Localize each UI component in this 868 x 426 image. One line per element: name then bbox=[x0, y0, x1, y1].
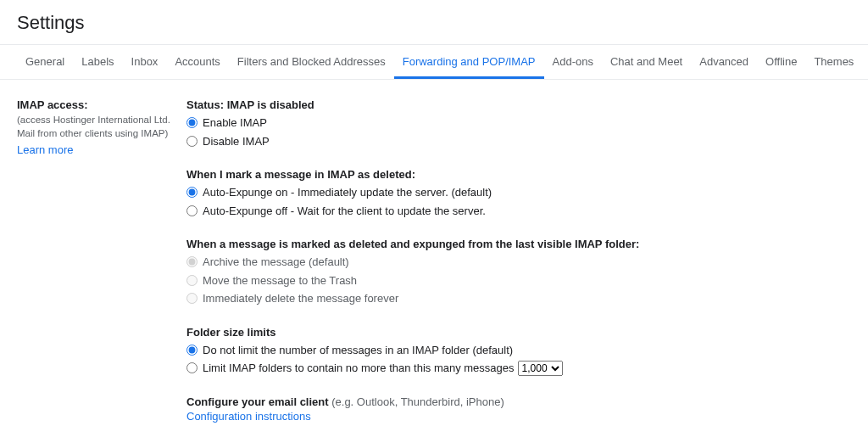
no-limit-radio[interactable] bbox=[186, 345, 198, 356]
no-limit-option[interactable]: Do not limit the number of messages in a… bbox=[186, 342, 851, 359]
expunge-off-label: Auto-Expunge off - Wait for the client t… bbox=[203, 203, 486, 220]
tab-filters[interactable]: Filters and Blocked Addresses bbox=[229, 45, 394, 79]
no-limit-label: Do not limit the number of messages in a… bbox=[203, 342, 513, 359]
tab-inbox[interactable]: Inbox bbox=[123, 45, 167, 79]
limit-option[interactable]: Limit IMAP folders to contain no more th… bbox=[186, 360, 851, 377]
configure-group: Configure your email client (e.g. Outloo… bbox=[186, 395, 851, 423]
disable-imap-radio[interactable] bbox=[186, 136, 198, 147]
limit-label: Limit IMAP folders to contain no more th… bbox=[203, 360, 515, 377]
imap-access-title: IMAP access: bbox=[17, 98, 178, 111]
learn-more-link[interactable]: Learn more bbox=[17, 143, 73, 156]
trash-radio[interactable] bbox=[186, 275, 198, 286]
archive-option[interactable]: Archive the message (default) bbox=[186, 254, 851, 271]
trash-label: Move the message to the Trash bbox=[203, 272, 357, 289]
enable-imap-radio[interactable] bbox=[186, 117, 198, 128]
tab-chat-meet[interactable]: Chat and Meet bbox=[602, 45, 691, 79]
status-heading: Status: IMAP is disabled bbox=[186, 98, 851, 111]
configure-main: Configure your email client bbox=[186, 395, 329, 408]
archive-radio[interactable] bbox=[186, 256, 198, 267]
configuration-instructions-link[interactable]: Configuration instructions bbox=[186, 410, 311, 423]
status-group: Status: IMAP is disabled Enable IMAP Dis… bbox=[186, 98, 851, 149]
imap-access-subtitle: (access Hostinger International Ltd. Mai… bbox=[17, 113, 178, 140]
tab-forwarding-pop-imap[interactable]: Forwarding and POP/IMAP bbox=[394, 45, 544, 79]
trash-option[interactable]: Move the message to the Trash bbox=[186, 272, 851, 289]
tab-themes[interactable]: Themes bbox=[805, 45, 862, 79]
limit-radio[interactable] bbox=[186, 362, 198, 373]
imap-settings-content: IMAP access: (access Hostinger Internati… bbox=[0, 98, 868, 426]
expunge-on-label: Auto-Expunge on - Immediately update the… bbox=[203, 184, 492, 201]
disable-imap-option[interactable]: Disable IMAP bbox=[186, 133, 851, 150]
tab-addons[interactable]: Add-ons bbox=[544, 45, 602, 79]
enable-imap-option[interactable]: Enable IMAP bbox=[186, 115, 851, 132]
expunge-off-radio[interactable] bbox=[186, 205, 198, 216]
deleted-group: When I mark a message in IMAP as deleted… bbox=[186, 168, 851, 219]
delete-forever-label: Immediately delete the message forever bbox=[203, 290, 398, 307]
configure-heading: Configure your email client (e.g. Outloo… bbox=[186, 395, 851, 408]
delete-forever-option[interactable]: Immediately delete the message forever bbox=[186, 290, 851, 307]
expunge-off-option[interactable]: Auto-Expunge off - Wait for the client t… bbox=[186, 203, 851, 220]
right-column: Status: IMAP is disabled Enable IMAP Dis… bbox=[186, 98, 851, 426]
folder-limits-group: Folder size limits Do not limit the numb… bbox=[186, 326, 851, 377]
deleted-heading: When I mark a message in IMAP as deleted… bbox=[186, 168, 851, 181]
disable-imap-label: Disable IMAP bbox=[203, 133, 270, 150]
page-title: Settings bbox=[0, 0, 868, 44]
delete-forever-radio[interactable] bbox=[186, 293, 198, 304]
tab-accounts[interactable]: Accounts bbox=[166, 45, 228, 79]
configure-supp: (e.g. Outlook, Thunderbird, iPhone) bbox=[331, 395, 504, 408]
tab-offline[interactable]: Offline bbox=[757, 45, 805, 79]
tab-advanced[interactable]: Advanced bbox=[691, 45, 757, 79]
tab-general[interactable]: General bbox=[17, 45, 73, 79]
tab-labels[interactable]: Labels bbox=[73, 45, 122, 79]
limit-select[interactable]: 1,000 bbox=[518, 361, 563, 376]
expunged-heading: When a message is marked as deleted and … bbox=[186, 238, 851, 250]
expunge-on-radio[interactable] bbox=[186, 187, 198, 198]
left-column: IMAP access: (access Hostinger Internati… bbox=[17, 98, 186, 426]
folder-limits-heading: Folder size limits bbox=[186, 326, 851, 339]
expunged-group: When a message is marked as deleted and … bbox=[186, 238, 851, 307]
settings-tabs: General Labels Inbox Accounts Filters an… bbox=[0, 44, 868, 80]
enable-imap-label: Enable IMAP bbox=[203, 115, 267, 132]
expunge-on-option[interactable]: Auto-Expunge on - Immediately update the… bbox=[186, 184, 851, 201]
archive-label: Archive the message (default) bbox=[203, 254, 349, 271]
